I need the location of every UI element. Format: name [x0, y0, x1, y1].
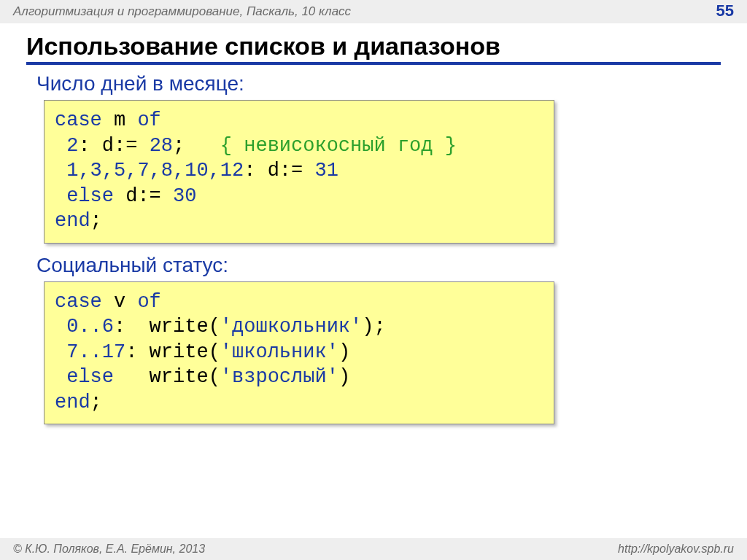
- code-str: 'школьник': [220, 341, 338, 363]
- codebox-status: case v of 0..6: write('дошкольник'); 7..…: [44, 281, 554, 425]
- kw-case: case: [55, 109, 102, 131]
- section2-heading: Социальный статус:: [36, 254, 747, 277]
- code-str: 'дошкольник': [220, 316, 362, 338]
- code-text: : write(: [114, 316, 220, 338]
- code-text: ;: [90, 392, 102, 413]
- code-text: d:=: [114, 185, 173, 207]
- code-text: );: [362, 316, 385, 338]
- kw-of: of: [137, 109, 160, 131]
- code-val: 31: [314, 160, 338, 182]
- code-text: m: [102, 109, 138, 131]
- topbar: Алгоритмизация и программирование, Паска…: [0, 0, 747, 23]
- footer-right: http://kpolyakov.spb.ru: [618, 542, 734, 556]
- code-str: 'взрослый': [220, 366, 338, 388]
- section1-heading: Число дней в месяце:: [36, 72, 747, 96]
- code-val: 30: [173, 185, 196, 207]
- page-number: 55: [716, 1, 734, 20]
- kw-of: of: [137, 291, 160, 313]
- course-name: Алгоритмизация и программирование, Паска…: [13, 4, 351, 19]
- codebox-days: case m of 2: d:= 28; { невисокосный год …: [44, 100, 554, 244]
- code-text: : write(: [125, 341, 220, 363]
- code-text: v: [102, 291, 138, 313]
- code-text: ): [338, 366, 350, 388]
- code-nums: 1,3,5,7,8,10,12: [55, 160, 244, 182]
- kw-end: end: [55, 210, 90, 232]
- code-text: : d:=: [78, 135, 149, 157]
- code-text: ;: [90, 210, 102, 232]
- title-wrap: Использование списков и диапазонов: [26, 32, 721, 65]
- footer-left: © К.Ю. Поляков, Е.А. Ерёмин, 2013: [13, 542, 205, 556]
- code-comment: { невисокосный год }: [220, 135, 457, 157]
- code-text: ): [338, 341, 350, 363]
- footer: © К.Ю. Поляков, Е.А. Ерёмин, 2013 http:/…: [0, 538, 747, 560]
- kw-case: case: [55, 291, 102, 313]
- kw-else: else: [55, 185, 114, 207]
- kw-else: else: [55, 366, 114, 388]
- code-text: ;: [173, 135, 220, 157]
- kw-end: end: [55, 392, 90, 413]
- code-text: write(: [114, 366, 220, 388]
- code-range: 7..17: [55, 341, 125, 363]
- code-num: 2: [55, 135, 78, 157]
- code-text: : d:=: [244, 160, 314, 182]
- slide: Алгоритмизация и программирование, Паска…: [0, 0, 747, 560]
- slide-title: Использование списков и диапазонов: [26, 32, 721, 61]
- code-range: 0..6: [55, 316, 114, 338]
- code-val: 28: [150, 135, 173, 157]
